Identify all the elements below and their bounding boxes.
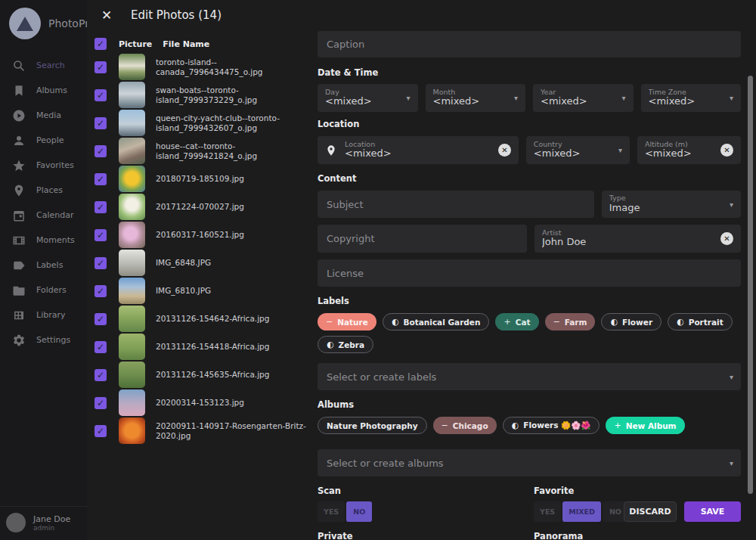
photo-thumbnail[interactable] xyxy=(119,417,145,444)
minus-icon: − xyxy=(442,421,448,430)
file-name: 20171224-070027.jpg xyxy=(156,202,316,212)
row-checkbox[interactable]: ✓ xyxy=(94,89,107,101)
photo-thumbnail[interactable] xyxy=(119,138,145,164)
labels-combobox-input[interactable] xyxy=(318,364,725,389)
clear-icon[interactable]: ✕ xyxy=(720,232,733,245)
star-icon xyxy=(12,159,26,172)
sidebar-item-library[interactable]: Library xyxy=(0,303,87,327)
sidebar-item-search[interactable]: Search xyxy=(0,53,87,78)
subject-input[interactable] xyxy=(318,191,594,218)
bookmark-icon xyxy=(12,84,26,98)
sidebar-item-people[interactable]: People xyxy=(0,128,87,153)
row-checkbox[interactable]: ✓ xyxy=(94,341,107,353)
chip-label: New Album xyxy=(626,421,677,430)
app-logo[interactable]: PhotoPrism xyxy=(0,0,87,47)
photo-thumbnail[interactable] xyxy=(119,222,145,248)
sidebar-item-albums[interactable]: Albums xyxy=(0,78,87,103)
license-input[interactable] xyxy=(318,259,741,287)
day-select[interactable]: Day<mixed> ▾ xyxy=(318,84,418,112)
photo-thumbnail[interactable] xyxy=(119,194,145,220)
label-chip[interactable]: +Cat xyxy=(495,313,538,331)
label-chip[interactable]: −Nature xyxy=(318,313,376,331)
photo-thumbnail[interactable] xyxy=(119,306,145,332)
user-block[interactable]: Jane Doe admin xyxy=(0,506,87,540)
caption-input[interactable] xyxy=(318,31,741,57)
row-checkbox[interactable]: ✓ xyxy=(94,229,107,241)
sidebar-item-labels[interactable]: Labels xyxy=(0,253,87,278)
new-album-button[interactable]: +New Album xyxy=(606,417,684,434)
section-scan: Scan xyxy=(318,486,341,496)
row-checkbox[interactable]: ✓ xyxy=(94,145,107,157)
scan-no-button[interactable]: NO xyxy=(346,501,372,522)
photo-thumbnail[interactable] xyxy=(119,250,145,276)
photo-list-header: ✓ Picture File Name xyxy=(94,35,318,53)
row-checkbox[interactable]: ✓ xyxy=(94,285,107,297)
label-chip[interactable]: ◐Portrait xyxy=(668,313,733,331)
close-icon[interactable]: ✕ xyxy=(98,8,116,23)
scan-yes-button[interactable]: YES xyxy=(318,501,345,522)
row-checkbox[interactable]: ✓ xyxy=(94,173,107,185)
table-row: ✓20131126-154418-Africa.jpg xyxy=(94,333,318,361)
table-row: ✓20131126-145635-Africa.jpg xyxy=(94,361,318,389)
sidebar: PhotoPrism SearchAlbumsMediaPeopleFavori… xyxy=(0,0,87,540)
album-chip[interactable]: ◐Flowers 🌼🌸🌺 xyxy=(503,417,600,434)
table-row: ✓toronto-island--canada_7996434475_o.jpg xyxy=(94,53,318,81)
clear-icon[interactable]: ✕ xyxy=(498,144,511,157)
photo-thumbnail[interactable] xyxy=(119,278,145,304)
discard-button[interactable]: DISCARD xyxy=(624,501,677,522)
sidebar-item-media[interactable]: Media xyxy=(0,103,87,128)
calendar-icon xyxy=(12,209,26,222)
row-checkbox[interactable]: ✓ xyxy=(94,61,107,73)
sidebar-item-moments[interactable]: Moments xyxy=(0,228,87,253)
file-name: 20200314-153123.jpg xyxy=(156,398,316,408)
year-select[interactable]: Year<mixed> ▾ xyxy=(533,84,634,112)
row-checkbox[interactable]: ✓ xyxy=(94,369,107,381)
timezone-select[interactable]: Time Zone<mixed> ▾ xyxy=(641,84,742,112)
altitude-field[interactable]: Altitude (m)<mixed> ✕ xyxy=(637,136,741,164)
photo-thumbnail[interactable] xyxy=(119,82,145,108)
select-all-checkbox[interactable]: ✓ xyxy=(94,38,107,50)
row-checkbox[interactable]: ✓ xyxy=(94,397,107,409)
clear-icon[interactable]: ✕ xyxy=(720,144,733,157)
row-checkbox[interactable]: ✓ xyxy=(94,257,107,269)
save-button[interactable]: SAVE xyxy=(684,501,741,522)
sidebar-item-places[interactable]: Places xyxy=(0,178,87,203)
country-select[interactable]: Country<mixed> ▾ xyxy=(526,136,630,164)
favorite-mixed-button[interactable]: MIXED xyxy=(562,501,601,522)
location-field[interactable]: Location<mixed> ✕ xyxy=(318,136,519,164)
photo-thumbnail[interactable] xyxy=(119,54,145,80)
chevron-down-icon: ▾ xyxy=(406,94,410,102)
sidebar-item-folders[interactable]: Folders xyxy=(0,278,87,303)
scrollbar-thumb[interactable] xyxy=(748,76,753,494)
album-chip[interactable]: −Chicago xyxy=(433,417,497,434)
favorite-yes-button[interactable]: YES xyxy=(534,501,561,522)
photo-thumbnail[interactable] xyxy=(119,110,145,136)
album-chip[interactable]: Nature Photography xyxy=(318,417,427,434)
row-checkbox[interactable]: ✓ xyxy=(94,313,107,325)
label-chip[interactable]: −Farm xyxy=(545,313,596,331)
row-checkbox[interactable]: ✓ xyxy=(94,425,107,437)
month-select[interactable]: Month<mixed> ▾ xyxy=(426,84,526,112)
sidebar-item-favorites[interactable]: Favorites xyxy=(0,153,87,178)
photo-thumbnail[interactable] xyxy=(119,389,145,416)
photo-thumbnail[interactable] xyxy=(119,362,145,388)
type-select[interactable]: TypeImage ▾ xyxy=(602,191,741,218)
album-chips: Nature Photography−Chicago◐Flowers 🌼🌸🌺+N… xyxy=(318,417,741,434)
photo-thumbnail[interactable] xyxy=(119,166,145,192)
albums-combobox[interactable]: ▾ xyxy=(318,449,741,476)
row-checkbox[interactable]: ✓ xyxy=(94,117,107,129)
artist-field[interactable]: ArtistJohn Doe ✕ xyxy=(534,225,741,253)
label-chip[interactable]: ◐Zebra xyxy=(318,336,373,353)
sidebar-item-settings[interactable]: Settings xyxy=(0,327,87,352)
sidebar-item-label: Folders xyxy=(36,285,67,295)
copyright-input[interactable] xyxy=(318,225,527,253)
label-chip[interactable]: ◐Botanical Garden xyxy=(383,313,490,331)
sidebar-item-calendar[interactable]: Calendar xyxy=(0,203,87,228)
sidebar-item-label: Search xyxy=(36,61,65,70)
labels-combobox[interactable]: ▾ xyxy=(318,363,741,390)
row-checkbox[interactable]: ✓ xyxy=(94,201,107,213)
photo-thumbnail[interactable] xyxy=(119,334,145,360)
albums-combobox-input[interactable] xyxy=(318,450,725,476)
user-name: Jane Doe xyxy=(33,514,70,524)
label-chip[interactable]: ◐Flower xyxy=(601,313,662,331)
